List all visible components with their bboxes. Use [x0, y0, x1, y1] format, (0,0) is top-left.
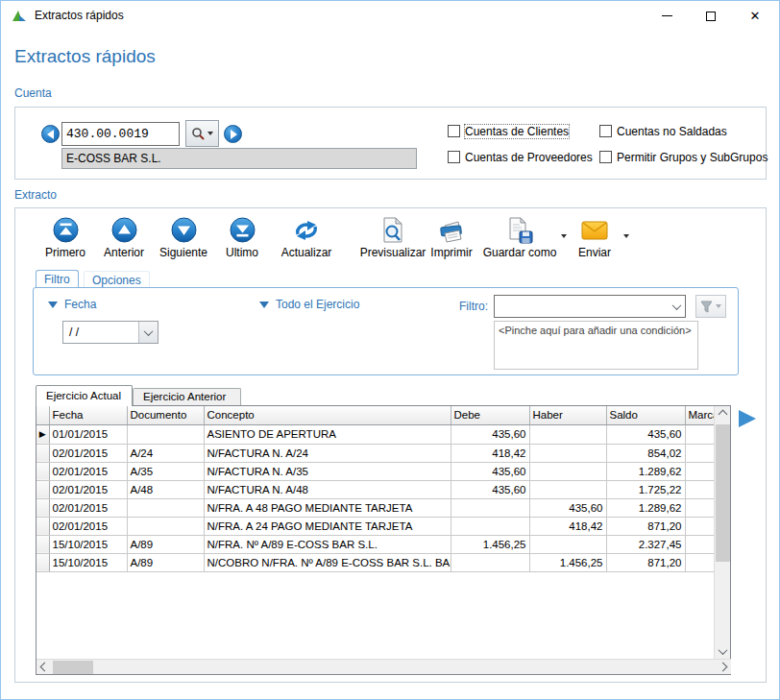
- table-row[interactable]: 15/10/2015A/89N/FRA. Nº A/89 E-COSS BAR …: [37, 535, 715, 553]
- cell-haber[interactable]: [529, 535, 606, 553]
- fecha-collapse[interactable]: Fecha: [48, 298, 96, 311]
- next-button[interactable]: Siguiente: [155, 216, 212, 264]
- horizontal-scrollbar[interactable]: [37, 659, 731, 674]
- cell-fecha[interactable]: 02/01/2015: [49, 498, 127, 517]
- cell-fecha[interactable]: 15/10/2015: [49, 553, 127, 571]
- cell-documento[interactable]: [127, 424, 204, 444]
- prev-account-button[interactable]: [41, 125, 60, 143]
- header-saldo[interactable]: Saldo: [606, 406, 685, 424]
- cell-documento[interactable]: [127, 517, 204, 535]
- checkbox-cuentas-clientes[interactable]: Cuentas de Clientes: [448, 124, 569, 138]
- send-button[interactable]: Enviar: [572, 216, 618, 264]
- scroll-right-button[interactable]: [715, 660, 731, 675]
- header-marca[interactable]: Marca: [685, 406, 715, 424]
- table-row[interactable]: 02/01/2015N/FRA. A 48 PAGO MEDIANTE TARJ…: [37, 498, 715, 517]
- cell-debe[interactable]: 435,60: [451, 424, 529, 444]
- filtro-dropdown-button[interactable]: [668, 303, 685, 310]
- cell-debe[interactable]: 435,60: [451, 462, 529, 480]
- header-fecha[interactable]: Fecha: [49, 406, 127, 424]
- save-as-dropdown-icon[interactable]: [561, 234, 567, 238]
- maximize-button[interactable]: [689, 1, 733, 31]
- last-button[interactable]: Ultimo: [214, 216, 270, 264]
- cell-fecha[interactable]: 01/01/2015: [49, 424, 127, 444]
- filtro-input[interactable]: [495, 300, 668, 313]
- tab-filtro[interactable]: Filtro: [36, 270, 79, 287]
- scroll-down-button[interactable]: [715, 643, 731, 660]
- scroll-up-button[interactable]: [715, 406, 731, 422]
- cell-haber[interactable]: 418,42: [529, 517, 606, 535]
- cell-saldo[interactable]: 435,60: [606, 424, 685, 444]
- minimize-button[interactable]: [645, 1, 689, 31]
- cell-debe[interactable]: [451, 553, 529, 571]
- table-row[interactable]: ▶01/01/2015ASIENTO DE APERTURA435,60435,…: [37, 424, 715, 444]
- table-row[interactable]: 15/10/2015A/89N/COBRO N/FRA. Nº A/89 E-C…: [37, 553, 715, 571]
- cell-concepto[interactable]: N/FACTURA N. A/48: [204, 480, 451, 498]
- next-page-button[interactable]: [737, 408, 758, 429]
- row-selector[interactable]: ▶: [37, 424, 49, 444]
- send-dropdown-icon[interactable]: [623, 234, 629, 238]
- tab-ejercicio-actual[interactable]: Ejercicio Actual: [36, 385, 133, 406]
- table-row[interactable]: 02/01/2015N/FRA. A 24 PAGO MEDIANTE TARJ…: [37, 517, 715, 535]
- row-selector[interactable]: [37, 498, 49, 517]
- cell-saldo[interactable]: 871,20: [606, 553, 685, 571]
- cell-documento[interactable]: A/35: [127, 462, 204, 480]
- row-selector[interactable]: [37, 462, 49, 480]
- account-search-button[interactable]: [185, 120, 219, 147]
- cell-concepto[interactable]: N/FRA. A 48 PAGO MEDIANTE TARJETA: [204, 498, 451, 517]
- checkbox-cuentas-proveedores[interactable]: Cuentas de Proveedores: [448, 150, 593, 164]
- header-debe[interactable]: Debe: [451, 406, 529, 424]
- cell-fecha[interactable]: 02/01/2015: [49, 462, 127, 480]
- cell-haber[interactable]: [529, 480, 606, 498]
- table-row[interactable]: 02/01/2015A/48N/FACTURA N. A/48435,601.7…: [37, 480, 715, 498]
- cell-fecha[interactable]: 02/01/2015: [49, 444, 127, 462]
- table-row[interactable]: 02/01/2015A/24N/FACTURA N. A/24418,42854…: [37, 444, 715, 462]
- cell-marca[interactable]: [685, 444, 715, 462]
- filtro-combo[interactable]: [494, 295, 686, 318]
- row-selector[interactable]: [37, 553, 49, 571]
- cell-marca[interactable]: [685, 462, 715, 480]
- cell-documento[interactable]: A/24: [127, 444, 204, 462]
- cell-concepto[interactable]: N/FRA. Nº A/89 E-COSS BAR S.L.: [204, 535, 451, 553]
- checkbox-permitir-grupos[interactable]: Permitir Grupos y SubGrupos: [599, 150, 768, 164]
- cell-debe[interactable]: 435,60: [451, 480, 529, 498]
- cell-debe[interactable]: 1.456,25: [451, 535, 529, 553]
- header-documento[interactable]: Documento: [127, 406, 204, 424]
- cell-marca[interactable]: [685, 535, 715, 553]
- scroll-left-button[interactable]: [37, 660, 53, 675]
- cell-documento[interactable]: A/89: [127, 535, 204, 553]
- cell-saldo[interactable]: 2.327,45: [606, 535, 685, 553]
- row-selector[interactable]: [37, 444, 49, 462]
- save-as-button[interactable]: Guardar como: [483, 216, 556, 264]
- cell-marca[interactable]: [685, 553, 715, 571]
- cell-marca[interactable]: [685, 480, 715, 498]
- tab-ejercicio-anterior[interactable]: Ejercicio Anterior: [133, 388, 241, 406]
- cell-concepto[interactable]: N/FRA. A 24 PAGO MEDIANTE TARJETA: [204, 517, 451, 535]
- cell-marca[interactable]: [685, 498, 715, 517]
- account-code-input[interactable]: [61, 122, 180, 146]
- cell-concepto[interactable]: N/COBRO N/FRA. Nº A/89 E-COSS BAR S.L. B…: [204, 553, 451, 571]
- vertical-scrollbar[interactable]: [714, 406, 730, 660]
- next-account-button[interactable]: [224, 125, 242, 143]
- cell-fecha[interactable]: 15/10/2015: [49, 535, 127, 553]
- cell-documento[interactable]: [127, 498, 204, 517]
- close-button[interactable]: ✕: [733, 1, 777, 31]
- horizontal-scroll-thumb[interactable]: [53, 661, 93, 674]
- cell-debe[interactable]: [451, 498, 529, 517]
- cell-haber[interactable]: 1.456,25: [529, 553, 606, 571]
- cell-concepto[interactable]: N/FACTURA N. A/35: [204, 462, 451, 480]
- cell-saldo[interactable]: 1.725,22: [606, 480, 685, 498]
- cell-saldo[interactable]: 1.289,62: [606, 462, 685, 480]
- row-selector[interactable]: [37, 480, 49, 498]
- cell-concepto[interactable]: ASIENTO DE APERTURA: [204, 424, 451, 444]
- cell-saldo[interactable]: 1.289,62: [606, 498, 685, 517]
- cell-marca[interactable]: [685, 424, 715, 444]
- fecha-combo[interactable]: / /: [62, 321, 158, 344]
- cell-fecha[interactable]: 02/01/2015: [49, 517, 127, 535]
- row-selector[interactable]: [37, 535, 49, 553]
- cell-documento[interactable]: A/89: [127, 553, 204, 571]
- first-button[interactable]: Primero: [37, 216, 93, 264]
- periodo-collapse[interactable]: Todo el Ejercicio: [259, 298, 359, 311]
- cell-haber[interactable]: [529, 462, 606, 480]
- cell-haber[interactable]: [529, 444, 606, 462]
- vertical-scroll-thumb[interactable]: [716, 424, 730, 562]
